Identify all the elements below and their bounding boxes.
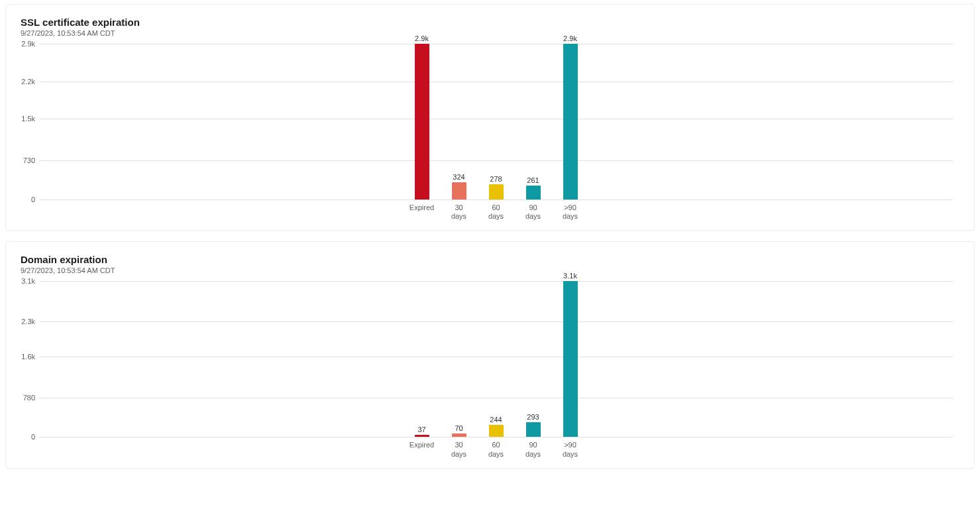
chart-bar[interactable]: 3.1k [552, 272, 589, 437]
card-timestamp: 9/27/2023, 10:53:54 AM CDT [21, 266, 959, 274]
card-ssl-expiration: SSL certificate expiration 9/27/2023, 10… [5, 4, 975, 231]
chart-gridline [39, 119, 953, 119]
chart-bar-value-label: 37 [417, 426, 425, 433]
chart-x-tick-label: >90 days [552, 441, 589, 458]
chart-bar[interactable]: 2.9k [404, 34, 441, 200]
chart-y-tick-label: 3.1k [14, 277, 35, 285]
page: SSL certificate expiration 9/27/2023, 10… [0, 0, 980, 486]
chart-gridline [39, 281, 953, 282]
chart-bar-value-label: 244 [490, 416, 502, 424]
card-title: Domain expiration [21, 254, 959, 265]
chart-bar[interactable]: 2.9k [552, 34, 589, 200]
chart-x-tick-label: 60 days [478, 203, 515, 221]
chart-x-tick-label: 90 days [515, 203, 552, 221]
chart-gridline [39, 200, 953, 200]
chart-domain-expiration: 07801.6k2.3k3.1k37702442933.1k Expired30… [39, 281, 953, 458]
chart-gridline [39, 398, 953, 398]
chart-gridline [39, 44, 953, 44]
chart-bar-value-label: 3.1k [563, 272, 577, 280]
chart-y-tick-label: 2.3k [14, 317, 35, 325]
chart-gridline [39, 82, 953, 82]
chart-bars: 37702442933.1k [39, 272, 953, 437]
chart-grid: 07801.6k2.3k3.1k37702442933.1k [39, 281, 953, 437]
chart-bar-rect [526, 186, 541, 200]
chart-bar-value-label: 293 [527, 413, 539, 421]
chart-bar-rect [452, 182, 466, 200]
chart-x-tick-label: 60 days [478, 441, 515, 458]
chart-bar[interactable]: 37 [404, 426, 441, 437]
chart-bar-rect [452, 433, 466, 437]
chart-x-tick-label: 30 days [441, 203, 478, 221]
chart-x-tick-label: >90 days [552, 203, 589, 221]
chart-bar-value-label: 2.9k [415, 34, 429, 42]
chart-bar[interactable]: 278 [478, 175, 515, 200]
chart-gridline [39, 437, 953, 437]
chart-x-tick-label: 30 days [441, 441, 478, 458]
chart-gridline [39, 357, 953, 357]
chart-y-tick-label: 0 [14, 433, 35, 441]
chart-x-tick-label: Expired [404, 441, 441, 458]
chart-bar-rect [489, 425, 504, 437]
chart-bar[interactable]: 324 [441, 173, 478, 200]
chart-y-tick-label: 2.9k [14, 40, 35, 48]
chart-bar-rect [563, 281, 578, 437]
chart-bar-rect [415, 44, 429, 200]
chart-bar[interactable]: 70 [441, 424, 478, 437]
chart-bar-value-label: 278 [490, 175, 502, 183]
chart-bars: 2.9k3242782612.9k [39, 34, 953, 200]
chart-gridline [39, 321, 953, 322]
chart-y-tick-label: 1.5k [14, 115, 35, 123]
chart-bar-value-label: 70 [455, 424, 463, 432]
chart-y-tick-label: 730 [14, 156, 35, 164]
chart-gridline [39, 160, 953, 161]
card-timestamp: 9/27/2023, 10:53:54 AM CDT [21, 29, 959, 37]
chart-y-tick-label: 0 [14, 196, 35, 203]
chart-bar-rect [489, 184, 504, 200]
chart-x-tick-label: 90 days [515, 441, 552, 458]
chart-bar-value-label: 2.9k [563, 34, 577, 42]
chart-x-labels: Expired30 days60 days90 days>90 days [39, 441, 953, 458]
chart-y-tick-label: 780 [14, 394, 35, 402]
chart-bar-value-label: 324 [453, 173, 464, 181]
chart-grid: 07301.5k2.2k2.9k2.9k3242782612.9k [39, 44, 953, 200]
chart-bar-rect [563, 44, 578, 200]
chart-bar-value-label: 261 [527, 176, 539, 184]
chart-bar-rect [526, 422, 541, 437]
card-title: SSL certificate expiration [21, 17, 959, 28]
chart-bar[interactable]: 261 [515, 176, 552, 200]
chart-y-tick-label: 2.2k [14, 78, 35, 86]
chart-y-tick-label: 1.6k [14, 353, 35, 361]
chart-x-tick-label: Expired [404, 203, 441, 221]
card-domain-expiration: Domain expiration 9/27/2023, 10:53:54 AM… [5, 241, 975, 468]
chart-ssl-expiration: 07301.5k2.2k2.9k2.9k3242782612.9k Expire… [39, 44, 953, 221]
chart-bar-rect [415, 435, 429, 437]
chart-x-labels: Expired30 days60 days90 days>90 days [39, 203, 953, 221]
chart-bar[interactable]: 244 [478, 416, 515, 437]
chart-bar[interactable]: 293 [515, 413, 552, 437]
